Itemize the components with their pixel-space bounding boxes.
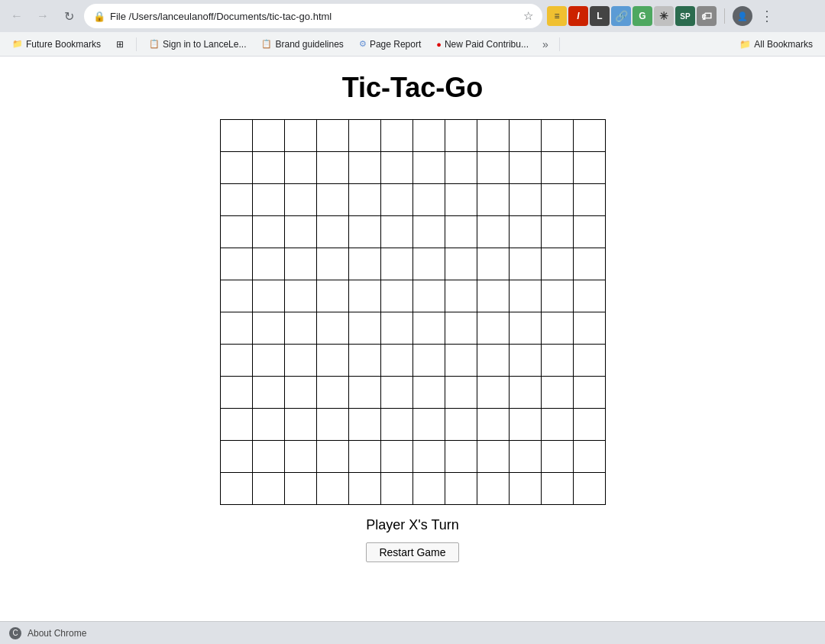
table-row[interactable]	[574, 120, 606, 152]
table-row[interactable]	[542, 312, 574, 345]
table-row[interactable]	[445, 409, 477, 441]
table-row[interactable]	[445, 312, 477, 345]
table-row[interactable]	[253, 312, 285, 345]
table-row[interactable]	[510, 152, 542, 184]
ext-icon-7[interactable]: SP	[675, 6, 695, 26]
table-row[interactable]	[285, 216, 317, 248]
ext-icon-8[interactable]: 🏷	[697, 6, 717, 26]
table-row[interactable]	[477, 345, 510, 377]
forward-button[interactable]: →	[32, 5, 53, 27]
table-row[interactable]	[349, 152, 381, 184]
table-row[interactable]	[510, 216, 542, 248]
table-row[interactable]	[413, 216, 445, 248]
bookmark-signin[interactable]: 📋 Sign in to LanceLe...	[143, 37, 252, 51]
restart-button[interactable]: Restart Game	[366, 542, 458, 562]
table-row[interactable]	[285, 152, 317, 184]
table-row[interactable]	[477, 473, 510, 505]
table-row[interactable]	[574, 152, 606, 184]
menu-button[interactable]: ⋮	[757, 8, 777, 24]
table-row[interactable]	[542, 248, 574, 280]
table-row[interactable]	[253, 345, 285, 377]
table-row[interactable]	[349, 409, 381, 441]
table-row[interactable]	[317, 280, 349, 312]
table-row[interactable]	[413, 441, 445, 473]
table-row[interactable]	[317, 312, 349, 345]
table-row[interactable]	[413, 473, 445, 505]
ext-icon-5[interactable]: G	[632, 6, 652, 26]
table-row[interactable]	[381, 216, 413, 248]
table-row[interactable]	[285, 409, 317, 441]
table-row[interactable]	[574, 441, 606, 473]
table-row[interactable]	[413, 377, 445, 409]
table-row[interactable]	[574, 345, 606, 377]
table-row[interactable]	[381, 280, 413, 312]
table-row[interactable]	[253, 409, 285, 441]
table-row[interactable]	[221, 152, 253, 184]
table-row[interactable]	[574, 473, 606, 505]
table-row[interactable]	[285, 248, 317, 280]
table-row[interactable]	[574, 409, 606, 441]
table-row[interactable]	[477, 184, 510, 216]
table-row[interactable]	[317, 216, 349, 248]
table-row[interactable]	[253, 377, 285, 409]
table-row[interactable]	[445, 248, 477, 280]
table-row[interactable]	[317, 473, 349, 505]
table-row[interactable]	[542, 152, 574, 184]
table-row[interactable]	[542, 409, 574, 441]
bookmark-grid[interactable]: ⊞	[110, 37, 130, 51]
table-row[interactable]	[413, 184, 445, 216]
table-row[interactable]	[349, 280, 381, 312]
table-row[interactable]	[445, 120, 477, 152]
ext-icon-2[interactable]: I	[568, 6, 588, 26]
ext-icon-3[interactable]: L	[590, 6, 610, 26]
table-row[interactable]	[542, 473, 574, 505]
table-row[interactable]	[445, 441, 477, 473]
table-row[interactable]	[349, 216, 381, 248]
table-row[interactable]	[349, 377, 381, 409]
table-row[interactable]	[349, 184, 381, 216]
ext-icon-6[interactable]: ✳	[654, 6, 674, 26]
table-row[interactable]	[349, 248, 381, 280]
table-row[interactable]	[221, 409, 253, 441]
all-bookmarks-button[interactable]: 📁 All Bookmarks	[733, 37, 819, 51]
table-row[interactable]	[349, 120, 381, 152]
bookmark-page-report[interactable]: ⚙ Page Report	[353, 37, 427, 51]
table-row[interactable]	[317, 152, 349, 184]
reload-button[interactable]: ↻	[58, 5, 79, 27]
table-row[interactable]	[574, 216, 606, 248]
table-row[interactable]	[445, 280, 477, 312]
table-row[interactable]	[381, 345, 413, 377]
table-row[interactable]	[413, 280, 445, 312]
table-row[interactable]	[445, 184, 477, 216]
table-row[interactable]	[253, 280, 285, 312]
table-row[interactable]	[477, 377, 510, 409]
table-row[interactable]	[510, 120, 542, 152]
table-row[interactable]	[574, 248, 606, 280]
table-row[interactable]	[574, 312, 606, 345]
table-row[interactable]	[574, 377, 606, 409]
table-row[interactable]	[413, 312, 445, 345]
table-row[interactable]	[477, 312, 510, 345]
table-row[interactable]	[381, 377, 413, 409]
table-row[interactable]	[285, 120, 317, 152]
table-row[interactable]	[542, 377, 574, 409]
table-row[interactable]	[477, 280, 510, 312]
bookmark-future[interactable]: 📁 Future Bookmarks	[6, 37, 107, 51]
table-row[interactable]	[317, 441, 349, 473]
table-row[interactable]	[285, 377, 317, 409]
table-row[interactable]	[542, 345, 574, 377]
table-row[interactable]	[445, 377, 477, 409]
table-row[interactable]	[349, 312, 381, 345]
table-row[interactable]	[477, 441, 510, 473]
ext-icon-4[interactable]: 🔗	[611, 6, 631, 26]
table-row[interactable]	[413, 248, 445, 280]
table-row[interactable]	[381, 441, 413, 473]
table-row[interactable]	[285, 184, 317, 216]
table-row[interactable]	[477, 409, 510, 441]
table-row[interactable]	[221, 120, 253, 152]
table-row[interactable]	[510, 248, 542, 280]
table-row[interactable]	[542, 280, 574, 312]
table-row[interactable]	[510, 312, 542, 345]
table-row[interactable]	[510, 409, 542, 441]
back-button[interactable]: ←	[6, 5, 28, 27]
